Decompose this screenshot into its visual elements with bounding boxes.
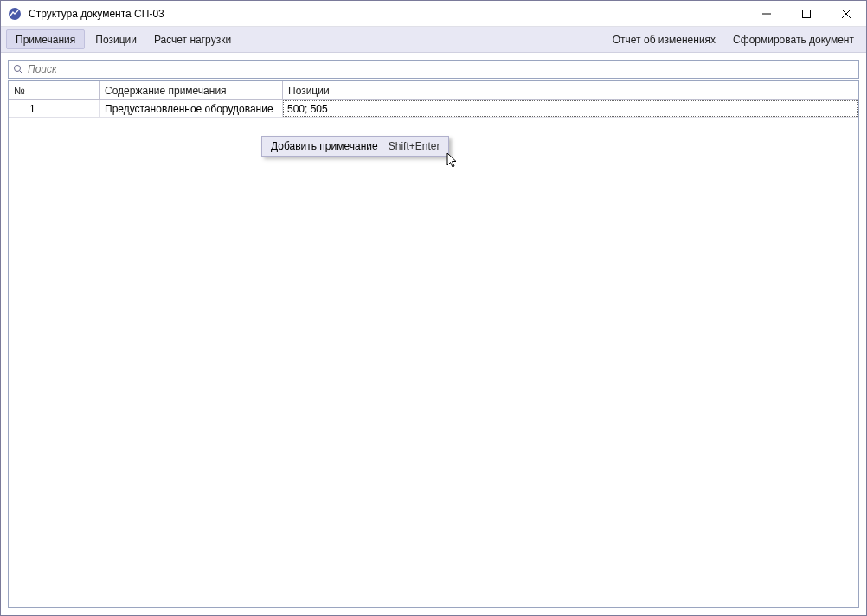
svg-rect-1 <box>803 10 811 17</box>
context-menu: Добавить примечание Shift+Enter <box>261 136 449 157</box>
minimize-button[interactable] <box>747 1 787 26</box>
menu-item-shortcut: Shift+Enter <box>389 140 440 152</box>
menu-add-note[interactable]: Добавить примечание Shift+Enter <box>262 137 448 156</box>
app-icon <box>8 7 22 21</box>
cell-num[interactable]: 1 <box>9 100 100 117</box>
table-row[interactable]: 1 Предустановленное оборудование <box>9 100 858 118</box>
tab-load-calc[interactable]: Расчет нагрузки <box>145 27 240 52</box>
window-frame: Структура документа СП-03 Примечания Поз… <box>0 0 867 616</box>
grid-header-row: № Содержание примечания Позиции <box>9 81 858 100</box>
cell-content[interactable]: Предустановленное оборудование <box>100 100 283 117</box>
close-button[interactable] <box>826 1 866 26</box>
header-num[interactable]: № <box>9 81 100 99</box>
menu-item-label: Добавить примечание <box>271 140 378 152</box>
toolbar-left: Примечания Позиции Расчет нагрузки <box>4 27 240 52</box>
btn-change-report[interactable]: Отчет об изменениях <box>604 27 724 52</box>
tab-positions[interactable]: Позиции <box>87 27 145 52</box>
svg-point-2 <box>15 66 21 72</box>
search-icon <box>12 63 24 75</box>
data-grid: № Содержание примечания Позиции 1 Предус… <box>8 80 859 608</box>
window-controls <box>747 1 866 26</box>
search-input[interactable] <box>28 63 855 75</box>
cell-positions[interactable] <box>283 100 858 117</box>
header-content[interactable]: Содержание примечания <box>100 81 283 99</box>
positions-editor[interactable] <box>283 100 858 117</box>
btn-generate-document[interactable]: Сформировать документ <box>724 27 863 52</box>
maximize-button[interactable] <box>787 1 826 26</box>
window-title: Структура документа СП-03 <box>29 8 747 20</box>
header-positions[interactable]: Позиции <box>283 81 858 99</box>
search-box[interactable] <box>8 60 859 79</box>
tab-notes[interactable]: Примечания <box>6 29 85 49</box>
title-bar: Структура документа СП-03 <box>1 1 866 27</box>
toolbar-right: Отчет об изменениях Сформировать докумен… <box>604 27 863 52</box>
toolbar: Примечания Позиции Расчет нагрузки Отчет… <box>1 27 866 53</box>
